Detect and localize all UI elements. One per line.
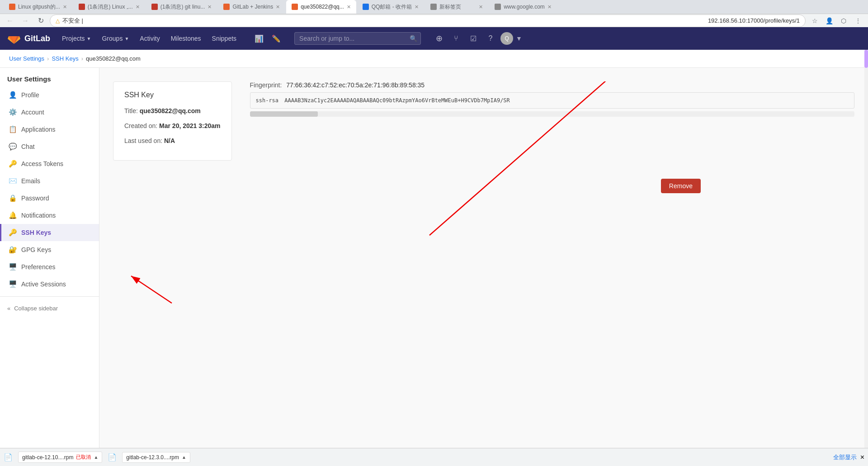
remove-btn-container: Remove <box>113 179 701 193</box>
sidebar-item-password[interactable]: 🔒 Password <box>0 190 99 207</box>
sidebar-bottom: « Collapse sidebar <box>0 296 99 316</box>
remove-button[interactable]: Remove <box>661 179 701 193</box>
browser-toolbar: ← → ↻ △ 不安全 | 192.168.56.10:17000/profil… <box>0 14 868 27</box>
download-item-1-chevron[interactable]: ▲ <box>94 455 98 460</box>
sidebar-icon-gpg-keys: 🔐 <box>9 246 17 254</box>
sidebar-item-account[interactable]: ⚙️ Account <box>0 104 99 121</box>
address-url: 192.168.56.10:17000/profile/keys/1 <box>708 17 800 24</box>
sidebar-item-gpg-keys[interactable]: 🔐 GPG Keys <box>0 241 99 258</box>
plus-icon-btn[interactable]: ⊕ <box>432 31 446 46</box>
show-all-button[interactable]: 全部显示 <box>833 453 857 461</box>
groups-chevron: ▼ <box>124 36 129 41</box>
fingerprint-section: Fingerprint: 77:66:36:42:c7:52:ec:70:5a:… <box>250 81 855 117</box>
fingerprint-label-text: Fingerprint: <box>250 81 282 89</box>
created-value: Mar 20, 2021 3:20am <box>159 122 220 129</box>
help-icon-btn[interactable]: ? <box>483 31 498 46</box>
tab-favicon-6 <box>363 4 369 10</box>
nav-milestones[interactable]: Milestones <box>166 32 206 45</box>
tab-favicon-8 <box>495 4 501 10</box>
tab-close-5[interactable]: ✕ <box>347 4 351 10</box>
projects-chevron: ▼ <box>87 36 91 41</box>
sidebar-icon-ssh-keys: 🔑 <box>9 228 17 237</box>
search-input[interactable] <box>294 32 421 45</box>
gitlab-logo[interactable]: GitLab <box>7 32 50 45</box>
collapse-icon: « <box>7 305 10 312</box>
forward-button[interactable]: → <box>19 14 32 27</box>
sidebar-label-access-tokens: Access Tokens <box>21 160 63 167</box>
tab-close-8[interactable]: ✕ <box>547 4 552 10</box>
sidebar-icon-applications: 📋 <box>9 125 17 133</box>
download-item-2-chevron[interactable]: ▲ <box>182 455 186 460</box>
tab-close-6[interactable]: ✕ <box>415 4 419 10</box>
sidebar-icon-account: ⚙️ <box>9 108 17 116</box>
sidebar-icon-chat: 💬 <box>9 143 17 151</box>
nav-snippets[interactable]: Snippets <box>208 32 241 45</box>
extensions-button[interactable]: ⬡ <box>837 14 850 27</box>
sidebar-item-chat[interactable]: 💬 Chat <box>0 138 99 155</box>
download-bar: 📄 gitlab-ce-12.10....rpm 已取消 ▲ 📄 gitlab-… <box>0 448 868 466</box>
merge-request-icon-btn[interactable]: ⑂ <box>449 31 463 46</box>
nav-groups[interactable]: Groups ▼ <box>97 32 133 45</box>
breadcrumb-ssh-keys[interactable]: SSH Keys <box>52 55 78 62</box>
tab-favicon-4 <box>223 4 230 10</box>
tab-favicon-2 <box>79 4 85 10</box>
tab-close-1[interactable]: ✕ <box>63 4 67 10</box>
collapse-sidebar-btn[interactable]: « Collapse sidebar <box>0 300 99 316</box>
browser-tabs: Linux gitpush的... ✕ (1条消息) Linux ꞈ... ✕ … <box>0 0 868 14</box>
sidebar-item-preferences[interactable]: 🖥️ Preferences <box>0 258 99 276</box>
sidebar-items: 👤 Profile ⚙️ Account 📋 Applications 💬 Ch… <box>0 86 99 293</box>
tab-title-5: que350822@qq... <box>301 4 344 10</box>
sidebar-icon-preferences: 🖥️ <box>9 263 17 271</box>
sidebar-item-profile[interactable]: 👤 Profile <box>0 86 99 104</box>
sidebar-item-notifications[interactable]: 🔔 Notifications <box>0 207 99 224</box>
profile-button[interactable]: 👤 <box>823 14 835 27</box>
fingerprint-label: Fingerprint: 77:66:36:42:c7:52:ec:70:5a:… <box>250 81 855 89</box>
title-label: Title: <box>124 107 138 114</box>
breadcrumb-sep-1: › <box>47 55 49 62</box>
browser-tab-3[interactable]: (1条消息) git linu... ✕ <box>146 0 217 14</box>
nav-projects[interactable]: Projects ▼ <box>57 32 95 45</box>
tab-close-2[interactable]: ✕ <box>136 4 140 10</box>
key-scrollbar-thumb <box>250 111 318 117</box>
sidebar-icon-profile: 👤 <box>9 91 17 99</box>
pen-icon-btn[interactable]: ✏️ <box>269 31 283 46</box>
sidebar-item-ssh-keys[interactable]: 🔑 SSH Keys <box>0 224 99 241</box>
todo-icon-btn[interactable]: ☑ <box>466 31 481 46</box>
breadcrumb-user-settings[interactable]: User Settings <box>9 55 44 62</box>
browser-tab-2[interactable]: (1条消息) Linux ꞈ... ✕ <box>73 0 145 14</box>
browser-tab-4[interactable]: GitLab + Jenkins ✕ <box>218 0 285 14</box>
sidebar: User Settings 👤 Profile ⚙️ Account 📋 App… <box>0 68 99 466</box>
scroll-thumb[interactable] <box>864 50 868 68</box>
user-chevron[interactable]: ▼ <box>516 35 522 42</box>
analytics-icon-btn[interactable]: 📊 <box>252 31 266 46</box>
tab-close-3[interactable]: ✕ <box>208 4 212 10</box>
back-button[interactable]: ← <box>4 14 16 27</box>
browser-tab-6[interactable]: QQ邮箱 - 收件箱 ✕ <box>357 0 424 14</box>
close-download-bar-button[interactable]: × <box>860 453 864 461</box>
browser-tab-8[interactable]: www.google.com ✕ <box>489 0 557 14</box>
tab-close-7[interactable]: ✕ <box>479 4 483 10</box>
key-scrollbar[interactable] <box>250 111 855 117</box>
tab-title-7: 新标签页 <box>439 3 476 11</box>
refresh-button[interactable]: ↻ <box>34 14 47 27</box>
sidebar-item-emails[interactable]: ✉️ Emails <box>0 172 99 190</box>
user-avatar[interactable]: Q <box>500 32 513 45</box>
sidebar-icon-active-sessions: 🖥️ <box>9 280 17 288</box>
browser-tab-5[interactable]: que350822@qq... ✕ <box>286 0 356 14</box>
bookmark-button[interactable]: ☆ <box>808 14 821 27</box>
menu-button[interactable]: ⋮ <box>852 14 864 27</box>
title-row: Title: que350822@qq.com <box>124 106 221 116</box>
download-bar-right: 全部显示 × <box>833 453 864 461</box>
download-item-2-name: gitlab-ce-12.3.0....rpm <box>126 454 179 461</box>
download-icon: 📄 <box>4 453 13 461</box>
sidebar-item-applications[interactable]: 📋 Applications <box>0 121 99 138</box>
browser-tab-7[interactable]: 新标签页 ✕ <box>425 0 488 14</box>
nav-activity[interactable]: Activity <box>135 32 164 45</box>
address-bar[interactable]: △ 不安全 | 192.168.56.10:17000/profile/keys… <box>50 14 806 27</box>
sidebar-item-active-sessions[interactable]: 🖥️ Active Sessions <box>0 276 99 293</box>
nav-chart-icon-btn[interactable]: 📊 ✏️ <box>252 31 283 46</box>
browser-tab-1[interactable]: Linux gitpush的... ✕ <box>4 0 72 14</box>
sidebar-item-access-tokens[interactable]: 🔑 Access Tokens <box>0 155 99 172</box>
tab-close-4[interactable]: ✕ <box>276 4 280 10</box>
sidebar-label-active-sessions: Active Sessions <box>21 281 66 288</box>
